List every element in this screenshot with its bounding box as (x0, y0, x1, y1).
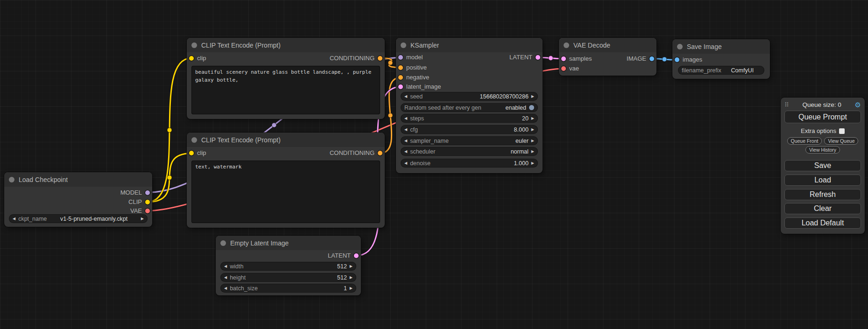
node-header[interactable]: Save Image (672, 39, 770, 54)
node-title: CLIP Text Encode (Prompt) (201, 136, 281, 144)
clip-input-dot[interactable] (189, 56, 194, 61)
node-save-image[interactable]: Save Image images filename_prefix ComfyU… (672, 39, 770, 79)
input-slot-negative: negative (396, 73, 543, 82)
toggle-knob-icon[interactable] (529, 105, 534, 110)
increment-arrow-icon[interactable]: ▶ (141, 217, 144, 221)
clip-output-dot[interactable] (145, 200, 150, 204)
collapse-dot-icon[interactable] (564, 42, 569, 48)
collapse-dot-icon[interactable] (220, 240, 226, 246)
increment-arrow-icon[interactable]: ▶ (350, 265, 353, 268)
prompt-textarea[interactable]: beautiful scenery nature glass bottle la… (191, 66, 380, 114)
node-header[interactable]: Load Checkpoint (4, 172, 152, 187)
slot-row: model LATENT (396, 53, 543, 62)
decrement-arrow-icon[interactable]: ◀ (404, 117, 407, 120)
decrement-arrow-icon[interactable]: ◀ (404, 161, 407, 165)
height-widget[interactable]: ◀ height 512 ▶ (220, 273, 356, 282)
decrement-arrow-icon[interactable]: ◀ (404, 128, 407, 132)
node-header[interactable]: Empty Latent Image (216, 236, 361, 250)
steps-widget[interactable]: ◀ steps 20 ▶ (401, 114, 538, 123)
load-default-button[interactable]: Load Default (784, 217, 861, 229)
width-widget[interactable]: ◀ width 512 ▶ (220, 262, 356, 271)
load-button[interactable]: Load (784, 175, 861, 186)
node-clip-text-encode-positive[interactable]: CLIP Text Encode (Prompt) clip CONDITION… (187, 38, 385, 119)
collapse-dot-icon[interactable] (9, 177, 14, 182)
increment-arrow-icon[interactable]: ▶ (350, 276, 353, 280)
node-title: Save Image (687, 43, 722, 50)
conditioning-output-dot[interactable] (378, 151, 382, 155)
decrement-arrow-icon[interactable]: ◀ (224, 287, 227, 290)
queue-panel: ⠿ Queue size: 0 ⚙ Queue Prompt Extra opt… (781, 98, 865, 234)
filename-prefix-widget[interactable]: filename_prefix ComfyUI (678, 66, 764, 75)
refresh-button[interactable]: Refresh (784, 189, 861, 200)
decrement-arrow-icon[interactable]: ◀ (13, 217, 15, 221)
queue-front-button[interactable]: Queue Front (787, 137, 822, 145)
settings-gear-icon[interactable]: ⚙ (855, 101, 861, 108)
node-header[interactable]: KSampler (396, 38, 543, 52)
image-output-dot[interactable] (649, 56, 654, 61)
link-midpoint-dot (272, 123, 276, 127)
node-vae-decode[interactable]: VAE Decode samples IMAGE vae (559, 38, 656, 76)
node-title: VAE Decode (573, 42, 610, 49)
collapse-dot-icon[interactable] (401, 42, 406, 48)
node-header[interactable]: VAE Decode (559, 38, 656, 52)
decrement-arrow-icon[interactable]: ◀ (224, 265, 227, 268)
negative-input-dot[interactable] (398, 75, 403, 80)
save-button[interactable]: Save (784, 160, 861, 171)
queue-prompt-button[interactable]: Queue Prompt (784, 111, 861, 123)
conditioning-output-dot[interactable] (378, 56, 382, 61)
node-header[interactable]: CLIP Text Encode (Prompt) (187, 133, 385, 147)
node-graph-canvas[interactable]: Load Checkpoint MODEL CLIP VAE ◀ ckpt_na… (0, 0, 868, 329)
input-slot-positive: positive (396, 63, 543, 72)
increment-arrow-icon[interactable]: ▶ (531, 117, 534, 120)
drag-handle-icon[interactable]: ⠿ (784, 101, 789, 108)
output-slot-latent: LATENT (216, 251, 361, 260)
decrement-arrow-icon[interactable]: ◀ (404, 139, 407, 143)
collapse-dot-icon[interactable] (191, 137, 197, 143)
latent-output-dot[interactable] (354, 253, 359, 258)
increment-arrow-icon[interactable]: ▶ (531, 139, 534, 143)
output-slot-clip: CLIP (4, 197, 152, 207)
scheduler-widget[interactable]: ◀ scheduler normal ▶ (401, 147, 538, 156)
node-ksampler[interactable]: KSampler model LATENT positive negative … (396, 38, 543, 173)
model-input-dot[interactable] (398, 55, 403, 60)
ckpt-name-widget[interactable]: ◀ ckpt_name v1-5-pruned-emaonly.ckpt ▶ (9, 214, 148, 223)
cfg-widget[interactable]: ◀ cfg 8.000 ▶ (401, 125, 538, 134)
vae-output-dot[interactable] (145, 209, 150, 213)
increment-arrow-icon[interactable]: ▶ (531, 150, 534, 154)
batch-size-widget[interactable]: ◀ batch_size 1 ▶ (220, 284, 356, 293)
latent-output-dot[interactable] (536, 55, 540, 60)
view-queue-button[interactable]: View Queue (824, 137, 858, 145)
extra-options-checkbox[interactable] (839, 128, 845, 134)
samples-input-dot[interactable] (561, 56, 566, 61)
node-clip-text-encode-negative[interactable]: CLIP Text Encode (Prompt) clip CONDITION… (187, 133, 385, 228)
decrement-arrow-icon[interactable]: ◀ (404, 95, 407, 98)
decrement-arrow-icon[interactable]: ◀ (224, 276, 227, 280)
increment-arrow-icon[interactable]: ▶ (350, 287, 353, 290)
node-title: Load Checkpoint (19, 176, 68, 183)
increment-arrow-icon[interactable]: ▶ (531, 128, 534, 132)
node-header[interactable]: CLIP Text Encode (Prompt) (187, 38, 385, 52)
model-output-dot[interactable] (145, 190, 150, 195)
increment-arrow-icon[interactable]: ▶ (531, 95, 534, 98)
latent-image-input-dot[interactable] (398, 84, 403, 89)
node-load-checkpoint[interactable]: Load Checkpoint MODEL CLIP VAE ◀ ckpt_na… (4, 172, 152, 227)
node-title: Empty Latent Image (230, 239, 289, 247)
prompt-textarea[interactable]: text, watermark (191, 161, 380, 223)
denoise-widget[interactable]: ◀ denoise 1.000 ▶ (401, 159, 538, 168)
view-history-button[interactable]: View History (805, 146, 840, 154)
seed-widget[interactable]: ◀ seed 156680208700286 ▶ (401, 92, 538, 101)
positive-input-dot[interactable] (398, 65, 403, 70)
images-input-dot[interactable] (675, 57, 679, 62)
node-empty-latent-image[interactable]: Empty Latent Image LATENT ◀ width 512 ▶ … (216, 236, 361, 295)
vae-input-dot[interactable] (561, 66, 566, 71)
increment-arrow-icon[interactable]: ▶ (531, 161, 534, 165)
clear-button[interactable]: Clear (784, 203, 861, 214)
sampler-name-widget[interactable]: ◀ sampler_name euler ▶ (401, 136, 538, 145)
decrement-arrow-icon[interactable]: ◀ (404, 150, 407, 154)
input-slot-vae: vae (559, 64, 656, 73)
collapse-dot-icon[interactable] (191, 42, 197, 48)
collapse-dot-icon[interactable] (677, 44, 683, 49)
slot-row: clip CONDITIONING (187, 148, 385, 158)
clip-input-dot[interactable] (189, 151, 194, 155)
random-seed-toggle-widget[interactable]: Random seed after every gen enabled (401, 103, 538, 112)
